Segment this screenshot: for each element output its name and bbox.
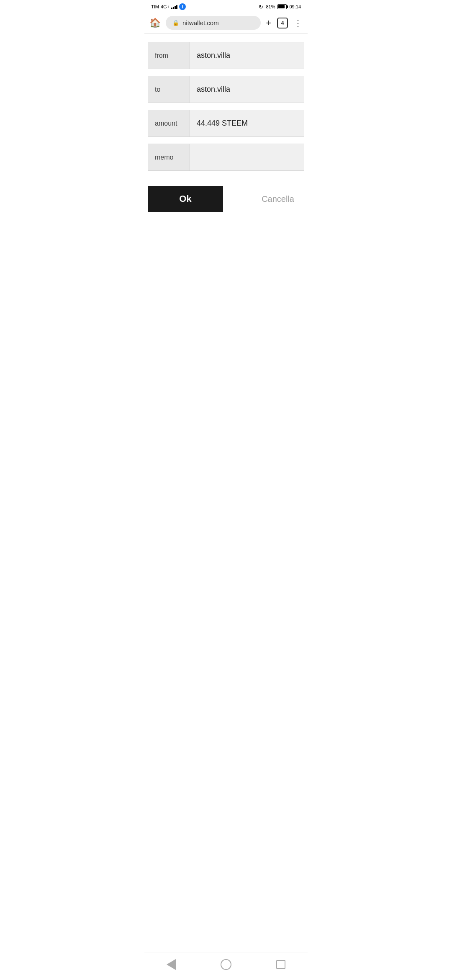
url-text: nitwallet.com	[182, 19, 219, 26]
signal-bar-3	[175, 6, 176, 9]
menu-button[interactable]: ⋮	[294, 18, 303, 28]
add-tab-icon: +	[266, 18, 271, 28]
signal-bar-1	[171, 8, 172, 9]
battery-percent: 81%	[266, 4, 275, 9]
status-right: ↻ 81% 09:14	[259, 4, 301, 10]
signal-bar-4	[176, 5, 177, 9]
cancel-button[interactable]: Cancella	[252, 187, 304, 211]
amount-label: amount	[148, 110, 190, 137]
memo-value	[190, 144, 304, 170]
to-value	[190, 76, 304, 103]
refresh-status-icon: ↻	[259, 4, 263, 10]
from-label: from	[148, 42, 190, 69]
memo-row: memo	[148, 144, 304, 171]
signal-bars	[171, 4, 177, 9]
facebook-icon: f	[179, 3, 186, 10]
battery-indicator	[277, 4, 287, 9]
memo-input[interactable]	[197, 153, 297, 162]
to-label: to	[148, 76, 190, 103]
battery-body	[277, 4, 287, 9]
amount-row: amount	[148, 110, 304, 137]
amount-input[interactable]	[197, 119, 297, 128]
carrier-text: TIM	[151, 4, 159, 9]
from-input[interactable]	[197, 51, 297, 60]
home-button[interactable]: 🏠	[149, 18, 161, 28]
buttons-row: Ok Cancella	[144, 178, 308, 220]
url-bar[interactable]: 🔒 nitwallet.com	[166, 16, 261, 30]
form-container: from to amount memo Ok Cancella	[144, 34, 308, 229]
to-row: to	[148, 76, 304, 103]
battery-fill	[278, 5, 285, 8]
from-value	[190, 42, 304, 69]
ok-button[interactable]: Ok	[148, 186, 223, 212]
signal-bar-2	[173, 7, 174, 9]
status-bar: TIM 4G+ f ↻ 81% 09:14	[144, 0, 308, 13]
memo-label: memo	[148, 144, 190, 170]
tab-count: 4	[277, 18, 288, 28]
tab-switcher-button[interactable]: 4	[277, 18, 288, 28]
menu-dots-icon: ⋮	[294, 18, 303, 28]
status-left: TIM 4G+ f	[151, 3, 186, 10]
network-type: 4G+	[161, 4, 170, 9]
amount-value	[190, 110, 304, 137]
lock-icon: 🔒	[172, 20, 179, 26]
home-icon: 🏠	[149, 18, 161, 28]
time-display: 09:14	[289, 4, 301, 9]
browser-bar: 🏠 🔒 nitwallet.com + 4 ⋮	[144, 13, 308, 34]
add-tab-button[interactable]: +	[266, 18, 271, 28]
to-input[interactable]	[197, 85, 297, 94]
browser-actions: + 4 ⋮	[266, 18, 303, 28]
from-row: from	[148, 42, 304, 69]
